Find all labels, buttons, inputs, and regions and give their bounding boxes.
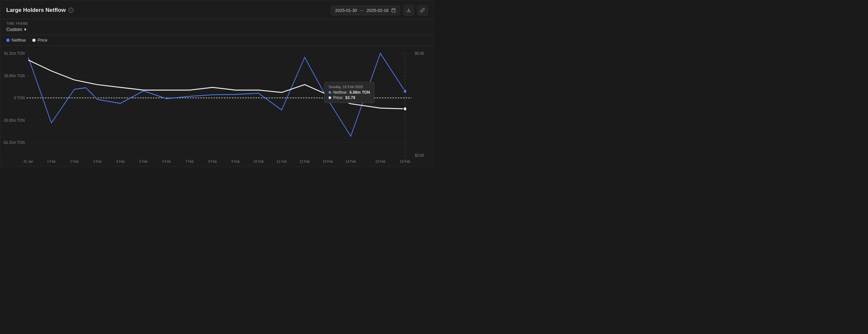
legend-item-price: Price: [32, 38, 48, 43]
title-area: Large Holders Netflow ⓘ: [6, 7, 73, 13]
date-end: 2025-02-16: [367, 8, 389, 13]
chevron-down-icon: ▾: [24, 27, 26, 32]
price-legend-dot: [32, 38, 36, 42]
link-button[interactable]: [417, 5, 428, 16]
date-separator: —: [360, 8, 364, 13]
y-right-top: $5.00: [415, 51, 424, 56]
x-label-1: 1 Feb: [47, 159, 56, 163]
x-label-10: 10 Feb: [253, 159, 264, 163]
controls-area: TIME FRAME Custom ▾: [0, 19, 434, 35]
x-label-5: 5 Feb: [140, 159, 148, 163]
y-label-neg2: -61.31m TON: [3, 140, 25, 145]
y-label-zero: 0 TON: [14, 95, 25, 100]
y-label-1: 30.65m TON: [4, 73, 24, 78]
x-label-9: 9 Feb: [231, 159, 240, 163]
netflow-line: [28, 53, 405, 136]
timeframe-select[interactable]: Custom ▾: [6, 27, 428, 32]
download-icon: [406, 8, 411, 12]
x-label-7: 7 Feb: [185, 159, 194, 163]
chart-svg: 61.31m TON 30.65m TON 0 TON -30.65m TON …: [0, 46, 434, 167]
y-right-bottom: $3.00: [415, 153, 424, 158]
x-label-16: 16 Feb: [400, 159, 410, 163]
x-label-11: 11 Feb: [277, 159, 287, 163]
x-label-14: 14 Feb: [346, 159, 356, 163]
y-label-neg1: -30.65m TON: [3, 118, 25, 123]
x-label-0: 31 Jan: [23, 159, 33, 163]
netflow-legend-dot: [6, 38, 9, 42]
x-label-3: 3 Feb: [93, 159, 102, 163]
chart-title: Large Holders Netflow: [6, 7, 66, 13]
link-icon: [420, 8, 425, 12]
header-right: 2025-01-30 — 2025-02-16: [331, 5, 428, 16]
chart-legend: Netflow Price: [0, 35, 434, 46]
chart-container: Large Holders Netflow ⓘ 2025-01-30 — 202…: [0, 0, 434, 167]
x-label-15: 15 Feb: [375, 159, 385, 163]
calendar-icon: [391, 8, 396, 12]
netflow-legend-label: Netflow: [11, 38, 26, 43]
x-label-2: 2 Feb: [70, 159, 79, 163]
x-label-12: 12 Feb: [300, 159, 310, 163]
info-icon[interactable]: ⓘ: [68, 7, 73, 13]
x-label-4: 4 Feb: [116, 159, 125, 163]
legend-item-netflow: Netflow: [6, 38, 26, 43]
price-line: [28, 60, 405, 109]
price-legend-label: Price: [37, 38, 48, 43]
timeframe-label: TIME FRAME: [6, 22, 428, 25]
y-label-top: 61.31m TON: [4, 51, 24, 56]
chart-area: 61.31m TON 30.65m TON 0 TON -30.65m TON …: [0, 46, 434, 167]
timeframe-value: Custom: [6, 27, 22, 32]
x-label-13: 13 Feb: [322, 159, 333, 163]
x-label-8: 8 Feb: [208, 159, 217, 163]
svg-rect-0: [392, 8, 396, 12]
price-point: [403, 107, 407, 111]
date-range[interactable]: 2025-01-30 — 2025-02-16: [331, 6, 400, 15]
x-label-6: 6 Feb: [162, 159, 171, 163]
chart-header: Large Holders Netflow ⓘ 2025-01-30 — 202…: [0, 0, 434, 19]
download-button[interactable]: [403, 5, 414, 16]
netflow-point: [403, 89, 407, 93]
date-start: 2025-01-30: [335, 8, 357, 13]
